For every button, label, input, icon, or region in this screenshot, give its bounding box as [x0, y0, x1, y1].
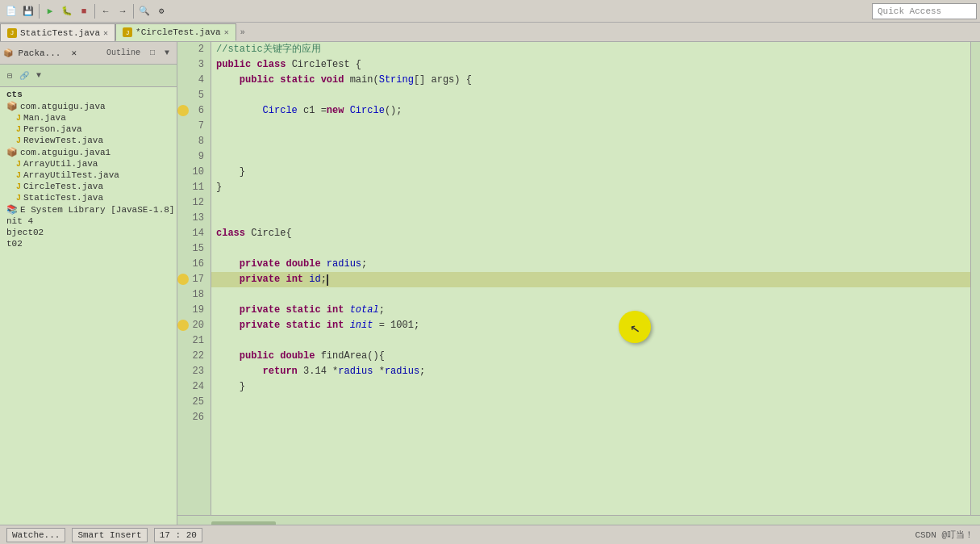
code-line-4: public static void main( String [] args)…	[211, 73, 970, 88]
line-num-26: 26	[177, 410, 207, 425]
library-icon: 📚	[6, 204, 18, 215]
line-num-13: 13	[177, 211, 207, 226]
line-num-12: 12	[177, 195, 207, 211]
sidebar-menu[interactable]: ▼	[161, 47, 173, 60]
sidebar-maximize[interactable]: □	[146, 47, 159, 60]
line-num-17: 17	[177, 272, 207, 287]
line-num-5: 5	[177, 88, 207, 103]
cursor-icon: ↖	[628, 316, 641, 338]
save-icon[interactable]: 💾	[20, 3, 36, 19]
package-icon-2: 📦	[6, 147, 18, 157]
line-num-21: 21	[177, 333, 207, 349]
line-num-2: 2	[177, 42, 207, 57]
mouse-cursor: ↖	[619, 311, 651, 343]
line-numbers: 2 3 4 5 6 7 8 9 10 11 12 13 14 15 16 17 …	[177, 42, 211, 515]
java-file-icon: J	[7, 28, 17, 38]
sidebar: 📦 Packa... ✕ Outline ─ □ ▼ ⊟ 🔗 ▼ cts 📦 c…	[0, 42, 177, 525]
code-line-6: Circle c1 = new Circle ();	[211, 103, 970, 119]
settings-icon[interactable]: ⚙	[153, 3, 169, 19]
java-icon: J	[16, 114, 21, 123]
sidebar-item-person[interactable]: J Person.java	[0, 123, 177, 135]
code-line-12	[211, 195, 970, 211]
code-line-21	[211, 333, 970, 349]
code-line-24: }	[211, 379, 970, 395]
sep3	[133, 4, 134, 19]
code-content[interactable]: //static关键字的应用 public class CircleTest {…	[211, 42, 970, 515]
link-editor-icon[interactable]: 🔗	[18, 69, 31, 82]
code-line-8	[211, 134, 970, 149]
tab-scroll-btn[interactable]: »	[236, 23, 249, 41]
tab-close-statictest[interactable]: ✕	[103, 28, 108, 38]
debug-icon[interactable]: 🐛	[59, 3, 75, 19]
collapse-all-icon[interactable]: ⊟	[3, 69, 16, 82]
line-num-20: 20	[177, 318, 207, 333]
code-line-7	[211, 119, 970, 134]
sidebar-filter-icon[interactable]: ▼	[32, 69, 45, 82]
code-line-23: return 3.14 * radius * radius ;	[211, 364, 970, 379]
sidebar-section-cts: cts	[0, 89, 177, 100]
sidebar-panel-outline[interactable]: Outline	[117, 47, 130, 60]
code-line-2: //static关键字的应用	[211, 42, 970, 57]
search-icon[interactable]: 🔍	[136, 3, 152, 19]
code-line-11: }	[211, 180, 970, 195]
text-cursor	[327, 274, 328, 286]
sep1	[39, 4, 40, 19]
sidebar-item-reviewtest[interactable]: J ReviewTest.java	[0, 135, 177, 146]
line-num-3: 3	[177, 57, 207, 73]
editor-area[interactable]: 2 3 4 5 6 7 8 9 10 11 12 13 14 15 16 17 …	[177, 42, 980, 525]
main-layout: 📦 Packa... ✕ Outline ─ □ ▼ ⊟ 🔗 ▼ cts 📦 c…	[0, 42, 980, 525]
line-num-8: 8	[177, 134, 207, 149]
code-line-16: private double radius ;	[211, 257, 970, 272]
sidebar-item-arrayutiltest[interactable]: J ArrayUtilTest.java	[0, 169, 177, 181]
code-line-13	[211, 211, 970, 226]
sidebar-item-com-atguigu-java[interactable]: 📦 com.atguigu.java	[0, 100, 177, 112]
smart-insert-status[interactable]: Smart Insert	[72, 528, 147, 542]
code-line-26	[211, 410, 970, 425]
run-icon[interactable]: ▶	[42, 3, 58, 19]
line-num-7: 7	[177, 119, 207, 134]
sidebar-content: cts 📦 com.atguigu.java J Man.java J Pers…	[0, 87, 177, 525]
line-num-18: 18	[177, 287, 207, 303]
java-icon-5: J	[16, 171, 21, 180]
sidebar-minimize[interactable]: ─	[131, 47, 144, 60]
line-num-10: 10	[177, 165, 207, 180]
sidebar-item-arrayutil[interactable]: J ArrayUtil.java	[0, 158, 177, 169]
stop-icon[interactable]: ■	[76, 3, 92, 19]
code-line-10: }	[211, 165, 970, 180]
sidebar-item-nit4[interactable]: nit 4	[0, 216, 177, 227]
quick-access-input[interactable]: Quick Access	[872, 3, 977, 19]
code-line-9	[211, 149, 970, 165]
horizontal-scrollbar[interactable]	[177, 515, 980, 525]
code-line-5	[211, 88, 970, 103]
line-num-15: 15	[177, 241, 207, 257]
sidebar-item-syslibrary[interactable]: 📚 E System Library [JavaSE-1.8]	[0, 203, 177, 216]
java-icon-4: J	[16, 160, 21, 169]
tab-statictest[interactable]: J StaticTest.java ✕	[0, 23, 115, 41]
sidebar-item-statictest[interactable]: J StaticTest.java	[0, 192, 177, 203]
sidebar-item-object02[interactable]: bject02	[0, 227, 177, 238]
code-line-15	[211, 241, 970, 257]
line-num-23: 23	[177, 364, 207, 379]
back-icon[interactable]: ←	[98, 3, 114, 19]
code-line-19: private static int total ;	[211, 303, 970, 318]
java-icon-2: J	[16, 125, 21, 134]
sidebar-item-man[interactable]: J Man.java	[0, 112, 177, 123]
watermark: CSDN @叮当！	[915, 529, 974, 541]
tab-close-circletest[interactable]: ✕	[224, 27, 229, 37]
java-icon-6: J	[16, 182, 21, 191]
sidebar-item-t02[interactable]: t02	[0, 238, 177, 249]
line-num-14: 14	[177, 226, 207, 241]
tab-circletest[interactable]: J *CircleTest.java ✕	[115, 23, 236, 41]
sidebar-toolbar: ⊟ 🔗 ▼	[0, 65, 177, 87]
line-num-24: 24	[177, 379, 207, 395]
vertical-scrollbar[interactable]	[970, 42, 980, 515]
toolbar-icons: 📄 💾 ▶ 🐛 ■ ← → 🔍 ⚙	[3, 3, 870, 19]
watch-status[interactable]: Watche...	[6, 528, 65, 542]
sidebar-item-circletest[interactable]: J CircleTest.java	[0, 181, 177, 192]
new-file-icon[interactable]: 📄	[3, 3, 19, 19]
code-line-17: private int id ;	[211, 272, 970, 287]
sidebar-header: 📦 Packa... ✕ Outline ─ □ ▼	[0, 42, 177, 65]
forward-icon[interactable]: →	[115, 3, 131, 19]
code-line-20: private static int init = 1001;	[211, 318, 970, 333]
code-line-3: public class CircleTest {	[211, 57, 970, 73]
